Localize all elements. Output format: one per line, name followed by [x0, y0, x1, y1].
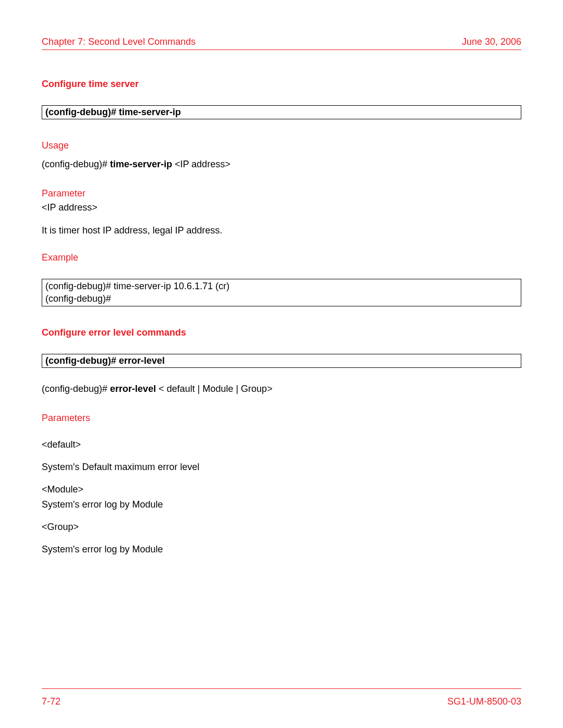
usage-cmd-2: error-level: [110, 384, 156, 394]
heading-parameter: Parameter: [42, 188, 521, 199]
page: Chapter 7: Second Level Commands June 30…: [0, 0, 563, 728]
section-title-configure-error-level: Configure error level commands: [42, 327, 521, 338]
param-module-name: <Module>: [42, 484, 521, 495]
section-title-configure-time-server: Configure time server: [42, 79, 521, 90]
param-module-desc: System's error log by Module: [42, 499, 521, 510]
usage-suffix: <IP address>: [172, 159, 230, 169]
example-line-2: (config-debug)#: [45, 293, 518, 305]
example-box-time-server: (config-debug)# time-server-ip 10.6.1.71…: [42, 279, 521, 306]
heading-example: Example: [42, 252, 521, 263]
example-line-1: (config-debug)# time-server-ip 10.6.1.71…: [45, 280, 518, 292]
command-box-time-server-ip: (config-debug)# time-server-ip: [42, 105, 521, 119]
param-group-desc: System's error log by Module: [42, 544, 521, 555]
usage-prefix-2: (config-debug)#: [42, 384, 110, 394]
page-header: Chapter 7: Second Level Commands June 30…: [42, 36, 521, 50]
usage-suffix-2: < default | Module | Group>: [156, 384, 273, 394]
header-date: June 30, 2006: [462, 36, 521, 47]
usage-cmd: time-server-ip: [110, 159, 172, 169]
footer-page-number: 7-72: [42, 696, 60, 707]
usage-line-error-level: (config-debug)# error-level < default | …: [42, 384, 521, 394]
heading-usage: Usage: [42, 140, 521, 151]
heading-parameters: Parameters: [42, 413, 521, 424]
page-footer: 7-72 SG1-UM-8500-03: [42, 688, 521, 707]
header-chapter: Chapter 7: Second Level Commands: [42, 36, 195, 47]
usage-prefix: (config-debug)#: [42, 159, 110, 169]
command-box-error-level: (config-debug)# error-level: [42, 354, 521, 368]
parameter-description: It is timer host IP address, legal IP ad…: [42, 225, 521, 237]
param-default-name: <default>: [42, 439, 521, 450]
parameter-ip-address: <IP address>: [42, 202, 521, 213]
param-group-name: <Group>: [42, 522, 521, 533]
param-default-desc: System's Default maximum error level: [42, 462, 521, 473]
usage-line-time-server: (config-debug)# time-server-ip <IP addre…: [42, 159, 521, 170]
footer-doc-id: SG1-UM-8500-03: [447, 696, 521, 707]
